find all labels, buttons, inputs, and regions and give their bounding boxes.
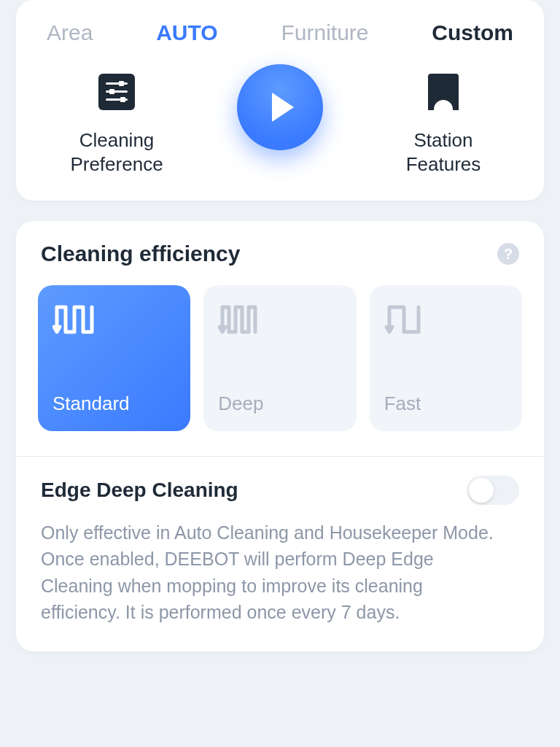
mode-option-deep[interactable]: Deep [203, 285, 356, 431]
divider [16, 456, 544, 457]
toggle-knob [469, 478, 494, 503]
play-button[interactable] [237, 64, 323, 150]
efficiency-card: Cleaning efficiency ? Standard Deep [16, 221, 544, 651]
mode-option-standard[interactable]: Standard [38, 285, 190, 431]
sliders-icon [96, 71, 137, 112]
help-icon[interactable]: ? [497, 243, 519, 265]
efficiency-modes: Standard Deep Fast [38, 285, 522, 431]
tab-area[interactable]: Area [47, 20, 93, 45]
mode-label-fast: Fast [384, 392, 508, 415]
edge-deep-cleaning-description: Only effective in Auto Cleaning and Hous… [38, 519, 505, 625]
standard-wave-icon [52, 301, 176, 338]
mode-label-deep: Deep [218, 392, 341, 415]
tab-custom[interactable]: Custom [432, 20, 513, 45]
actions-row: CleaningPreference StationFeatures [38, 67, 522, 176]
efficiency-title: Cleaning efficiency [41, 241, 240, 266]
mode-label-standard: Standard [52, 392, 176, 415]
tab-auto[interactable]: AUTO [156, 20, 217, 45]
mode-tabs: Area AUTO Furniture Custom [38, 20, 522, 45]
station-icon [423, 71, 464, 112]
station-features-label: StationFeatures [406, 128, 481, 176]
edge-deep-cleaning-row: Edge Deep Cleaning [38, 476, 522, 505]
cleaning-preference-button[interactable]: CleaningPreference [51, 67, 182, 176]
station-features-button[interactable]: StationFeatures [378, 67, 509, 176]
mode-option-fast[interactable]: Fast [370, 285, 522, 431]
play-icon [272, 93, 294, 122]
tab-furniture[interactable]: Furniture [281, 20, 368, 45]
edge-deep-cleaning-toggle[interactable] [467, 476, 519, 505]
deep-wave-icon [218, 301, 341, 338]
efficiency-header: Cleaning efficiency ? [38, 241, 522, 266]
cleaning-preference-label: CleaningPreference [70, 128, 163, 176]
fast-wave-icon [384, 301, 508, 338]
edge-deep-cleaning-title: Edge Deep Cleaning [41, 479, 238, 502]
mode-card: Area AUTO Furniture Custom CleaningPrefe… [16, 0, 544, 201]
